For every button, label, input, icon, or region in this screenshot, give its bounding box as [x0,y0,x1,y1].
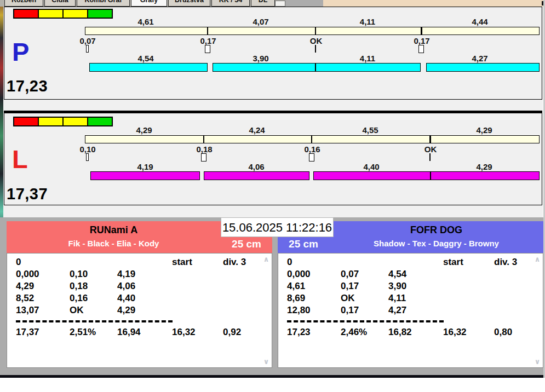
split-time: 4,44 [452,17,507,26]
light-yellow-1 [39,118,62,125]
dog-run-bar [426,63,540,72]
dog-time: 3,90 [233,54,288,63]
split-time: 4,61 [118,17,173,26]
scroll-down-icon[interactable]: ∨ [262,358,270,366]
tab-dl[interactable]: DL [251,0,275,7]
app-window: Rozběh Čidla Kombi Graf Grafy Družstva K… [0,0,545,392]
segment-divider [315,27,316,35]
table-cell: 0,000 [16,269,39,280]
table-cell: start [443,257,463,268]
dog-time: 4,40 [344,162,399,171]
dog-time: 4,06 [229,162,284,171]
table-cell: 0 [16,257,21,268]
tabbar-tan-area [323,0,545,7]
changeover-time: 0,17 [404,36,439,45]
loss-percent: 2,51% [70,327,96,338]
team-times-table: 0 start div. 3 0,000 0,10 4,19 4,29 0,18… [7,253,272,368]
team-panel-right: FOFR DOG Shadow - Tex - Daggry - Browny … [278,221,543,368]
changeover-marker [201,153,206,162]
jump-height: 25 cm [278,238,329,250]
light-yellow-2 [64,118,87,125]
table-cell: 3,90 [388,281,406,292]
light-green [88,118,112,125]
changeover-time: 0,18 [187,145,222,154]
scroll-up-icon[interactable]: ∧ [533,255,541,263]
split-time: 4,29 [117,125,171,135]
changeover-time: 0,07 [70,36,105,45]
table-cell: 0,07 [341,269,359,280]
table-cell: 0,17 [341,305,359,316]
changeover-time: 0,10 [70,145,105,154]
table-cell: 4,06 [117,281,135,292]
table-cell: 0 [287,257,292,268]
light-green [88,10,112,18]
dog-time: 4,27 [452,54,507,63]
run-bar-divider [430,172,431,180]
table-cell: 8,52 [16,293,34,304]
changeover-time: OK [413,145,448,154]
tab-bar: Rozběh Čidla Kombi Graf Grafy Družstva K… [0,0,545,7]
table-cell: 4,61 [287,281,305,292]
table-cell: 4,29 [117,305,135,316]
team-times-table: 0 start div. 3 0,000 0,07 4,54 4,61 0,17… [278,253,543,368]
dog-run-bar [213,63,421,72]
tab-rozbeh[interactable]: Rozběh [4,0,43,7]
run-bar-divider [315,64,316,71]
dog-time: 4,11 [340,54,395,63]
best-time: 16,32 [172,327,196,338]
team-dogs: Shadow - Tex - Daggry - Browny [329,239,543,248]
lane-total-time: 17,23 [7,77,48,95]
table-cell: div. 3 [223,257,246,268]
jump-height: 25 cm [221,238,272,250]
dog-run-bar [90,171,200,180]
table-cell: 4,11 [388,293,406,304]
start-lights [13,117,113,126]
segment-divider [429,135,431,143]
timestamp: 15.06.2025 11:22:16 [221,217,334,237]
changeover-marker [309,153,314,162]
dog-time: 4,29 [457,162,512,171]
table-cell: 0,10 [70,269,88,280]
table-cell: 0,17 [341,281,359,292]
scroll-up-icon[interactable]: ∧ [262,255,270,263]
table-cell: OK [341,293,355,304]
total-time: 17,23 [287,327,311,338]
segment-divider [203,135,204,143]
changeover-marker [86,153,89,161]
tab-cidla[interactable]: Čidla [44,0,76,7]
changeover-marker [86,45,89,53]
team-name: RUNami A [7,224,221,236]
light-yellow-1 [39,10,62,18]
dog-run-bar [89,63,208,72]
tab-druzstva[interactable]: Družstva [168,0,210,7]
dog-time: 4,54 [118,54,173,63]
tab-kk54[interactable]: KK / 54 [211,0,250,7]
light-yellow-2 [64,10,87,18]
segment-divider [207,27,208,35]
light-red [14,10,38,18]
team-panel-left: RUNami A Fik - Black - Elia - Kody 25 cm… [7,221,272,368]
changeover-marker [429,153,431,161]
tab-partial [275,1,285,7]
best-time: 16,32 [443,327,467,338]
split-time: 4,55 [343,125,398,135]
table-cell: 8,69 [287,293,305,304]
team-dogs: Fik - Black - Elia - Kody [7,239,221,248]
tab-grafy[interactable]: Grafy [131,0,167,7]
dog-time: 4,19 [118,162,173,171]
totals-separator [287,320,444,322]
net-time: 16,94 [117,327,141,338]
window-bottom-edge [0,375,545,378]
scroll-down-icon[interactable]: ∨ [533,358,541,366]
team-name: FOFR DOG [329,224,543,236]
total-time: 17,37 [16,327,39,338]
tabbar-gray-area [285,0,323,7]
tab-kombi-graf[interactable]: Kombi Graf [77,0,130,7]
light-red [14,118,38,125]
diff-time: 0,92 [223,327,241,338]
lane-letter: P [12,39,29,65]
lane-total-time: 17,37 [7,185,48,203]
split-time: 4,29 [457,125,512,135]
net-time: 16,82 [388,327,412,338]
segment-bar [85,135,540,143]
